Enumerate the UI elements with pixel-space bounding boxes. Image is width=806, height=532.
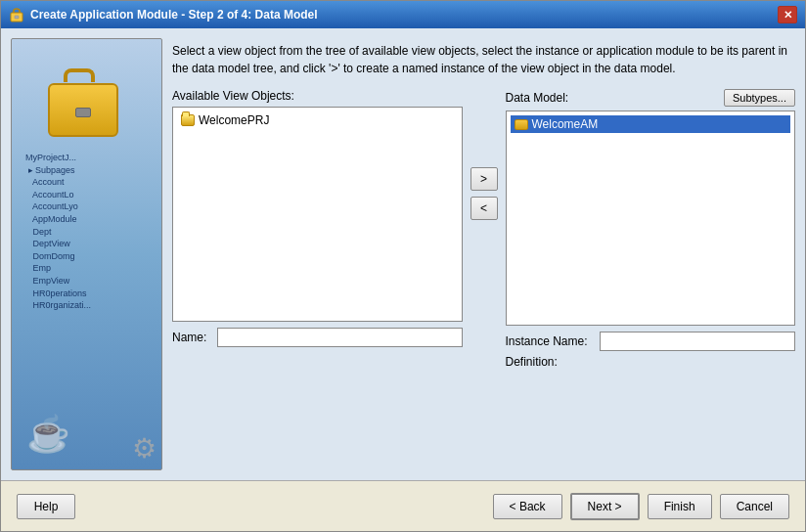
finish-button[interactable]: Finish	[648, 494, 712, 519]
data-model-tree-item-label: WelcomeAM	[532, 117, 599, 131]
coffee-cup-icon: ☕	[26, 414, 70, 455]
available-panel-label: Available View Objects:	[172, 89, 294, 103]
briefcase-body	[48, 83, 118, 137]
next-button[interactable]: Next >	[570, 493, 640, 520]
dialog-window: Create Application Module - Step 2 of 4:…	[0, 0, 806, 532]
data-model-panel-label: Data Model:	[506, 91, 569, 105]
subtypes-button[interactable]: Subtypes...	[724, 89, 795, 107]
close-button[interactable]: ✕	[778, 6, 797, 23]
available-panel-header: Available View Objects:	[172, 89, 463, 103]
help-button[interactable]: Help	[17, 494, 75, 519]
left-panel-tree: MyProjectJ... ▸ Subpages Account Account…	[22, 152, 152, 312]
tree-line: AccountLyo	[22, 200, 152, 213]
available-tree-box[interactable]: WelcomePRJ	[172, 107, 463, 322]
gear-icon: ⚙	[132, 432, 157, 465]
available-tree-item-label: WelcomePRJ	[199, 113, 269, 127]
tree-line: Dept	[22, 226, 152, 239]
available-tree-item[interactable]: WelcomePRJ	[177, 111, 458, 129]
tree-line: DeptView	[22, 238, 152, 250]
tree-line: AppModule	[22, 213, 152, 226]
bottom-bar: Help < Back Next > Finish Cancel	[1, 480, 805, 531]
title-bar: Create Application Module - Step 2 of 4:…	[1, 1, 805, 28]
left-decorative-panel: ⚙ MyProjectJ... ▸ Subpages Account Accou…	[11, 38, 162, 470]
tree-line: ▸ Subpages	[22, 164, 152, 177]
tree-line: MyProjectJ...	[22, 152, 152, 164]
instance-row: Instance Name:	[506, 332, 796, 351]
name-row: Name:	[172, 328, 463, 347]
window-icon	[9, 7, 24, 22]
tree-line: HR0rganizati...	[22, 299, 152, 312]
definition-row: Definition:	[506, 355, 796, 369]
tree-line: Emp	[22, 262, 152, 275]
briefcase-handle	[64, 68, 95, 82]
tree-line: AccountLo	[22, 189, 152, 201]
main-content: ⚙ MyProjectJ... ▸ Subpages Account Accou…	[1, 28, 805, 480]
name-input[interactable]	[217, 328, 463, 347]
description-text: Select a view object from the tree of av…	[172, 38, 795, 81]
tree-line: HR0perations	[22, 288, 152, 300]
data-model-tree-box[interactable]: WelcomeAM	[506, 111, 796, 326]
available-view-objects-panel: Available View Objects: WelcomePRJ Name:	[172, 89, 463, 347]
data-model-panel: Data Model: Subtypes... WelcomeAM Instan…	[506, 89, 796, 369]
instance-section: Instance Name: Definition:	[506, 332, 796, 369]
tree-line: EmpView	[22, 275, 152, 288]
instance-name-label: Instance Name:	[506, 334, 594, 348]
panels-row: Available View Objects: WelcomePRJ Name:	[172, 89, 795, 470]
add-to-model-button[interactable]: >	[470, 167, 498, 191]
svg-rect-1	[15, 16, 19, 19]
data-model-tree-item[interactable]: WelcomeAM	[511, 115, 791, 133]
briefcase-small-icon	[515, 119, 528, 130]
middle-arrows: > <	[463, 167, 506, 220]
tree-line: Account	[22, 176, 152, 189]
name-label: Name:	[172, 331, 211, 344]
tree-line: DomDomg	[22, 250, 152, 263]
data-model-panel-header: Data Model: Subtypes...	[506, 89, 796, 107]
right-section: Select a view object from the tree of av…	[172, 38, 795, 470]
back-button[interactable]: < Back	[493, 494, 562, 519]
remove-from-model-button[interactable]: <	[470, 197, 498, 220]
window-title: Create Application Module - Step 2 of 4:…	[30, 8, 778, 22]
definition-label: Definition:	[506, 355, 558, 369]
cancel-button[interactable]: Cancel	[720, 494, 789, 519]
instance-name-input[interactable]	[600, 332, 796, 351]
briefcase-latch	[75, 108, 91, 117]
briefcase-illustration	[48, 68, 126, 137]
folder-icon	[181, 114, 195, 126]
